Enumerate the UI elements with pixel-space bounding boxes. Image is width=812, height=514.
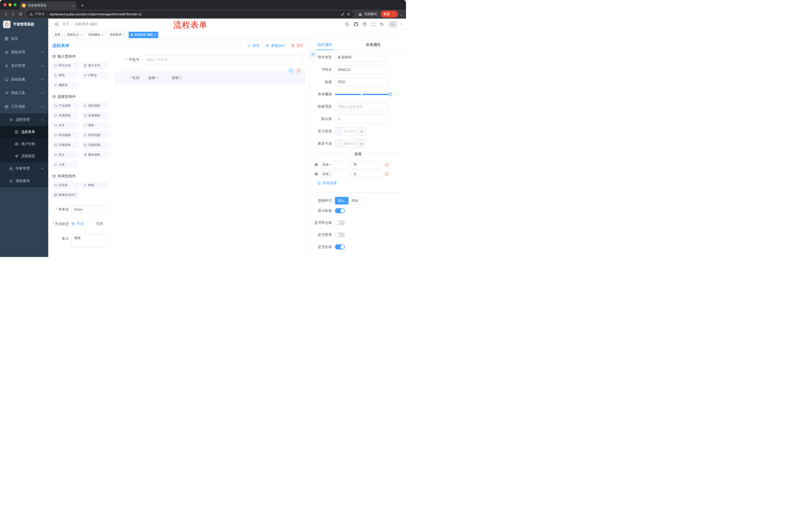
fullscreen-icon[interactable] (371, 22, 376, 26)
palette-item-rate[interactable]: 评分 (52, 151, 79, 158)
tab-close-icon[interactable]: × (72, 4, 75, 7)
close-icon[interactable]: × (123, 33, 125, 36)
remove-option-icon[interactable] (385, 172, 389, 176)
sidebar-item-task-management[interactable]: 任务管理 (0, 162, 48, 175)
field-name-input[interactable] (335, 65, 389, 74)
sidebar-item-process-form[interactable]: 流程表单 (0, 126, 48, 138)
chevron-down-icon[interactable] (400, 14, 403, 17)
palette-item-password[interactable]: 密码 (52, 72, 79, 79)
sidebar-item-dev-tools[interactable]: 研发工具 (0, 86, 48, 100)
browser-tab[interactable]: 芋道管理系统 × (20, 1, 77, 9)
reload-button[interactable] (17, 11, 24, 18)
close-icon[interactable]: × (154, 33, 156, 36)
option-2-value-input[interactable] (351, 170, 381, 178)
default-value-input[interactable] (335, 115, 389, 123)
tag-process-form-edit[interactable]: 流程表单-编辑 × (128, 32, 158, 38)
palette-item-single-line-text[interactable]: 单行文本 (52, 62, 79, 69)
sidebar-item-user-group[interactable]: 用户分组 (0, 138, 48, 150)
style-button-button[interactable]: 按钮 (348, 197, 362, 205)
new-tab-button[interactable]: + (79, 2, 86, 9)
palette-item-multi-line-text[interactable]: 多行文本 (82, 62, 109, 69)
palette-item-switch[interactable]: 开关 (52, 122, 79, 129)
palette-item-editor[interactable]: 编辑器 (52, 81, 79, 89)
option-2-label-input[interactable] (320, 170, 350, 178)
tag-process-definition[interactable]: 流程定义 × (64, 32, 84, 38)
palette-item-time-range[interactable]: 时间范围 (82, 132, 109, 139)
close-window-button[interactable] (3, 3, 6, 6)
link-icon[interactable] (310, 52, 316, 57)
required-toggle[interactable] (335, 244, 345, 249)
plus-icon[interactable]: + (358, 140, 365, 147)
tab-form-props[interactable]: 表单属性 (365, 40, 382, 50)
tag-process-model[interactable]: 流程模型 × (86, 32, 106, 38)
border-toggle[interactable] (335, 220, 345, 225)
address-bar[interactable]: 不安全 | dashboard.yudao.iocoder.cn/bpm/man… (26, 10, 353, 18)
palette-item-date-range[interactable]: 日期范围 (82, 141, 109, 148)
canvas-field-gender-selected[interactable]: *性别 选项一 选项二 (114, 71, 306, 84)
phone-input[interactable] (142, 55, 302, 64)
minus-icon[interactable]: − (335, 127, 343, 135)
save-button[interactable]: 保存 (247, 43, 260, 48)
menu-kebab-icon[interactable]: ⋮ (392, 12, 395, 16)
remove-option-icon[interactable] (385, 163, 389, 167)
palette-item-cascader[interactable]: 级联选择 (82, 102, 109, 109)
minimize-window-button[interactable] (8, 3, 11, 6)
max-select-value[interactable]: 最多可选 (343, 140, 358, 147)
palette-item-checkbox-group[interactable]: 多选框组 (82, 112, 109, 119)
palette-item-time-picker[interactable]: 时间选择 (52, 132, 79, 139)
forward-button[interactable] (10, 11, 17, 18)
zoom-window-button[interactable] (13, 3, 17, 6)
option-1-label-input[interactable] (320, 161, 350, 168)
clear-button[interactable]: 清空 (291, 43, 303, 48)
view-json-button[interactable]: 查看json (266, 43, 285, 48)
sidebar-item-infrastructure[interactable]: 基础设施 (0, 73, 48, 86)
add-option-button[interactable]: 添加选项 (317, 181, 406, 185)
palette-item-select[interactable]: 下拉选择 (52, 102, 79, 109)
palette-item-color-picker[interactable]: 颜色选择 (82, 151, 109, 158)
sidebar-item-system[interactable]: 系统管理 (0, 46, 48, 59)
sidebar-item-process-management[interactable]: 流程管理 (0, 113, 48, 126)
back-button[interactable] (2, 11, 9, 18)
github-icon[interactable] (354, 22, 358, 26)
status-on-radio[interactable]: 开启 (71, 221, 84, 226)
tag-home[interactable]: 首页 (52, 32, 63, 38)
chevron-down-icon[interactable] (400, 23, 403, 25)
slider-handle[interactable] (388, 92, 392, 96)
copy-field-button[interactable] (288, 68, 294, 74)
title-input[interactable] (335, 78, 389, 86)
password-key-icon[interactable] (341, 12, 345, 16)
palette-item-date-picker[interactable]: 日期选择 (52, 141, 79, 148)
option-1-value-input[interactable] (351, 161, 381, 168)
status-off-radio[interactable]: 关闭 (91, 221, 103, 226)
sidebar-item-home[interactable]: 首页 (0, 32, 48, 46)
form-remark-textarea[interactable]: 嘿嘿 (71, 234, 109, 247)
grid-slider[interactable] (335, 90, 390, 99)
palette-item-counter[interactable]: 123计数器 (82, 72, 109, 79)
sidebar-item-process-model[interactable]: 流程模型 (0, 150, 48, 162)
style-default-button[interactable]: 默认 (335, 197, 348, 205)
bookmark-star-icon[interactable] (347, 12, 350, 16)
delete-field-button[interactable] (296, 68, 301, 74)
font-size-icon[interactable]: TT (380, 22, 384, 26)
show-label-toggle[interactable] (335, 208, 345, 213)
palette-item-upload[interactable]: 上传 (52, 161, 79, 168)
avatar[interactable] (388, 21, 398, 28)
disabled-toggle[interactable] (335, 232, 345, 237)
drag-handle-icon[interactable] (314, 163, 318, 167)
palette-item-radio-group[interactable]: 单选框组 (52, 112, 79, 119)
form-name-input[interactable] (71, 205, 110, 213)
help-icon[interactable] (362, 22, 367, 26)
sidebar-fold-icon[interactable] (54, 22, 59, 26)
label-width-input[interactable] (335, 102, 389, 111)
minus-icon[interactable]: − (335, 140, 343, 147)
palette-item-button[interactable]: 按钮 (82, 182, 109, 189)
palette-item-row-container[interactable]: 行容器 (52, 182, 79, 189)
close-icon[interactable]: × (80, 33, 82, 36)
plus-icon[interactable]: + (358, 127, 365, 135)
form-canvas[interactable]: *手机号 *性别 选项一 选项二 (112, 51, 310, 257)
checkbox-option-2[interactable]: 选项二 (166, 76, 182, 80)
close-icon[interactable]: × (102, 33, 103, 36)
tag-process-form[interactable]: 流程表单 × (107, 32, 127, 38)
min-select-value[interactable]: 至少应选 (343, 127, 358, 135)
search-icon[interactable] (345, 22, 349, 26)
